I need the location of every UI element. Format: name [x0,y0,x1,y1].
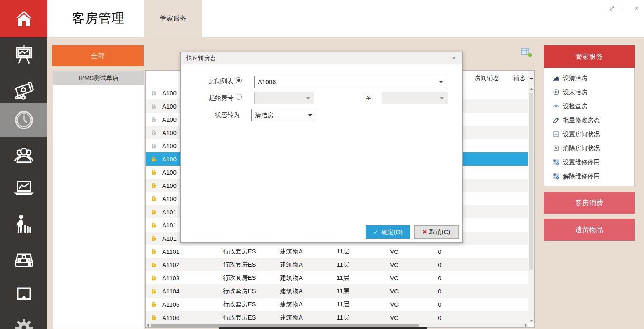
minimize-icon[interactable]: – [620,4,628,12]
table-cell: 11层 [314,298,371,311]
table-row[interactable]: A1103行政套房ES建筑物A11层VC0 [146,271,528,284]
edit-icon [552,117,559,124]
table-cell [462,311,502,323]
left-sidebar [0,0,47,329]
table-cell [502,205,528,218]
menu-item-6[interactable]: 消除房间状况 [544,141,634,155]
table-cell: VC [371,258,418,271]
menu-item-label: 设未洁房 [563,88,587,96]
stats-icon[interactable] [0,175,47,201]
table-cell [502,298,528,311]
cash-icon[interactable] [0,78,47,104]
col-room-aux-status[interactable]: 房间辅态 [462,71,502,86]
eye-icon [552,103,559,110]
table-cell: 0 [418,284,462,298]
network-icon[interactable] [0,247,47,273]
ok-label: 确定(O) [381,228,403,236]
menu-item-8[interactable]: 解除维修停用 [544,169,634,183]
scroll-right-icon[interactable] [525,324,527,327]
table-row[interactable]: A1101行政套房ES建筑物A11层VC0 [146,245,528,258]
menu-item-1[interactable]: 设清洁房 [544,71,634,85]
quick-status-dialog: 快速转房态 × 房间列表 A1006 起始房号 至 状态转为 清洁房 ✓ 确定(… [180,52,463,243]
menu-item-3[interactable]: 设检查房 [544,99,634,113]
menu-item-2[interactable]: 设未洁房 [544,85,634,99]
room-lock-icon [146,271,162,284]
home-icon[interactable] [0,0,47,37]
table-cell [502,152,528,166]
ok-button[interactable]: ✓ 确定(O) [366,225,410,239]
table-cell: 建筑物A [268,245,314,258]
status-value: 清洁房 [255,111,274,119]
menu-item-5[interactable]: 设置房间状况 [544,127,634,141]
gear-icon[interactable] [0,315,47,329]
users-icon[interactable] [0,142,47,168]
scroll-up-icon[interactable] [530,88,533,90]
table-cell [502,284,528,298]
x-box-icon [552,145,559,152]
table-cell: A1103 [162,271,211,284]
clock-icon[interactable] [0,103,47,137]
table-cell [502,113,528,126]
dashboard-icon[interactable] [0,41,47,68]
menu-item-label: 设清洁房 [563,74,587,82]
menu-item-4[interactable]: 批量修改房态 [544,113,634,127]
range-end-combobox[interactable] [382,92,448,104]
range-start-radio[interactable] [236,94,242,100]
range-start-combobox[interactable] [254,92,314,104]
status-combobox[interactable]: 清洁房 [251,109,316,121]
table-cell: VC [371,245,418,258]
table-row[interactable]: A1104行政套房ES建筑物A11层VC0 [146,284,528,298]
lost-items-button[interactable]: 遗留物品 [544,219,635,241]
table-row[interactable]: A1105行政套房ES建筑物A11层VC0 [146,298,528,311]
room-lock-icon [146,245,162,258]
traveler-icon[interactable] [0,211,47,238]
butler-service-header[interactable]: 管家服务 [544,45,635,68]
butler-service-menu: 设清洁房设未洁房设检查房批量修改房态设置房间状况消除房间状况设置维修停用解除维修… [544,68,635,186]
dialog-close-icon[interactable]: × [450,54,458,62]
room-list-value: A1006 [258,78,276,85]
table-cell: A1106 [162,311,211,323]
blocks-gear-icon [552,173,559,180]
room-consumption-button[interactable]: 客房消费 [544,192,635,214]
table-cell: 行政套房ES [211,311,269,323]
room-lock-icon [146,99,162,113]
room-list-radio[interactable] [236,77,242,83]
table-cell: 11层 [314,258,371,271]
cancel-button[interactable]: × 取消(C) [414,225,459,239]
tab-butler-service[interactable]: 管家服务 [144,0,202,37]
menu-item-7[interactable]: 设置维修停用 [544,155,634,169]
window-controls: – × [608,4,641,12]
col-status-icon[interactable] [146,71,162,86]
room-lock-icon [146,179,162,192]
col-aux[interactable]: 辅态 [502,71,528,86]
table-cell: A1102 [162,258,211,271]
vertical-scroll-thumb[interactable] [529,93,533,270]
room-lock-icon [146,139,162,152]
table-row[interactable]: A1106行政套房ES建筑物A11层VC0 [146,311,528,323]
table-cell [462,166,502,179]
table-cell: 建筑物A [268,258,314,271]
table-cell: 0 [418,245,462,258]
table-cell [502,232,528,245]
scroll-left-icon[interactable] [147,324,149,327]
all-filter-button[interactable]: 全部 [52,45,144,66]
scroll-down-icon[interactable] [530,320,533,322]
export-table-icon[interactable] [520,47,532,58]
table-cell [462,192,502,205]
cast-icon[interactable] [0,281,47,307]
room-list-combobox[interactable]: A1006 [254,76,447,88]
dialog-titlebar[interactable]: 快速转房态 [181,52,462,64]
close-icon[interactable]: × [632,4,641,12]
table-cell [502,218,528,232]
vertical-scrollbar[interactable] [528,86,534,323]
right-panel: 管家服务 设清洁房设未洁房设检查房批量修改房态设置房间状况消除房间状况设置维修停… [544,45,635,244]
table-row[interactable]: A1102行政套房ES建筑物A11层VC0 [146,258,528,271]
table-cell: A1105 [162,298,211,311]
table-cell: 0 [418,258,462,271]
add-column-button[interactable]: + [528,71,534,86]
store-tree-item[interactable]: IPMS测试单店 [53,71,144,85]
table-cell [462,99,502,113]
table-cell [502,271,528,284]
resize-icon[interactable] [608,4,616,12]
chevron-down-icon [308,114,312,116]
